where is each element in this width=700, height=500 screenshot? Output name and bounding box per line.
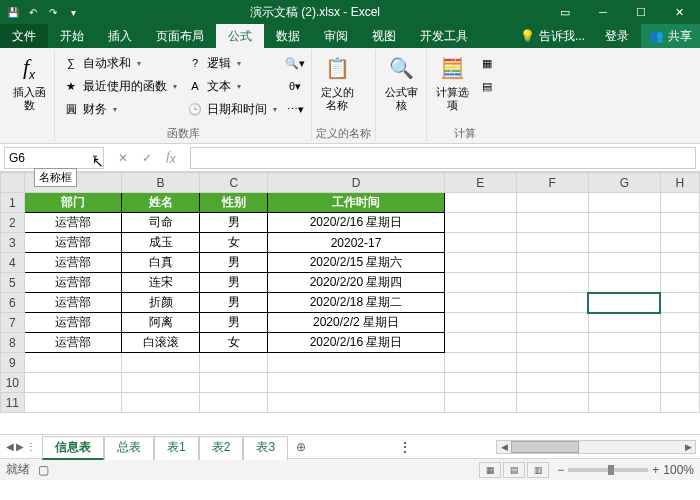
view-pagebreak-icon[interactable]: ▥ (527, 462, 549, 478)
cell-E10[interactable] (444, 373, 516, 393)
cell-C9[interactable] (200, 353, 268, 373)
zoom-in-icon[interactable]: + (652, 463, 659, 477)
cell-F5[interactable] (516, 273, 588, 293)
row-header-9[interactable]: 9 (1, 353, 25, 373)
row-header-6[interactable]: 6 (1, 293, 25, 313)
cell-F6[interactable] (516, 293, 588, 313)
cell-F9[interactable] (516, 353, 588, 373)
cell-A10[interactable] (24, 373, 121, 393)
sheet-tab-4[interactable]: 表3 (243, 436, 288, 460)
recent-functions-button[interactable]: ★最近使用的函数▾ (59, 75, 181, 97)
scroll-left-icon[interactable]: ◀ (497, 442, 511, 452)
chevron-down-icon[interactable]: ▼ (91, 153, 99, 162)
col-header-D[interactable]: D (268, 173, 444, 193)
cell-F7[interactable] (516, 313, 588, 333)
zoom-slider[interactable] (568, 468, 648, 472)
cell-F10[interactable] (516, 373, 588, 393)
cell-F2[interactable] (516, 213, 588, 233)
cell-B10[interactable] (122, 373, 200, 393)
cell-E11[interactable] (444, 393, 516, 413)
tab-4[interactable]: 数据 (264, 24, 312, 48)
cell-D8[interactable]: 2020/2/16 星期日 (268, 333, 444, 353)
cell-D5[interactable]: 2020/2/20 星期四 (268, 273, 444, 293)
share-button[interactable]: 👥共享 (641, 24, 700, 48)
sheet-nav-prev-icon[interactable]: ◀ (6, 441, 14, 452)
scroll-right-icon[interactable]: ▶ (681, 442, 695, 452)
cell-G4[interactable] (588, 253, 660, 273)
cell-H3[interactable] (660, 233, 699, 253)
calc-now-button[interactable]: ▦ (475, 52, 499, 74)
view-layout-icon[interactable]: ▤ (503, 462, 525, 478)
sheet-tab-3[interactable]: 表2 (199, 436, 244, 460)
cell-F4[interactable] (516, 253, 588, 273)
row-header-2[interactable]: 2 (1, 213, 25, 233)
tell-me[interactable]: 💡告诉我... (512, 24, 593, 48)
cell-A6[interactable]: 运营部 (24, 293, 121, 313)
ribbon-options-icon[interactable]: ▭ (548, 2, 582, 22)
tab-2[interactable]: 页面布局 (144, 24, 216, 48)
cell-F11[interactable] (516, 393, 588, 413)
cell-H1[interactable] (660, 193, 699, 213)
cell-B11[interactable] (122, 393, 200, 413)
cell-G5[interactable] (588, 273, 660, 293)
cell-B7[interactable]: 阿离 (122, 313, 200, 333)
grid-area[interactable]: ABCDEFGH1部门姓名性别工作时间2运营部司命男2020/2/16 星期日3… (0, 172, 700, 434)
cell-A11[interactable] (24, 393, 121, 413)
formula-audit-button[interactable]: 🔍 公式审核 (380, 50, 422, 125)
cell-C11[interactable] (200, 393, 268, 413)
cell-H11[interactable] (660, 393, 699, 413)
tab-7[interactable]: 开发工具 (408, 24, 480, 48)
cell-A1[interactable]: 部门 (24, 193, 121, 213)
cell-B5[interactable]: 连宋 (122, 273, 200, 293)
datetime-button[interactable]: 🕒日期和时间▾ (183, 98, 281, 120)
tab-3[interactable]: 公式 (216, 24, 264, 48)
view-normal-icon[interactable]: ▦ (479, 462, 501, 478)
fx-small-icon[interactable]: fx (160, 147, 182, 169)
row-header-3[interactable]: 3 (1, 233, 25, 253)
row-header-4[interactable]: 4 (1, 253, 25, 273)
cell-G10[interactable] (588, 373, 660, 393)
cell-B3[interactable]: 成玉 (122, 233, 200, 253)
cell-D2[interactable]: 2020/2/16 星期日 (268, 213, 444, 233)
sheet-tab-2[interactable]: 表1 (154, 436, 199, 460)
cell-C4[interactable]: 男 (200, 253, 268, 273)
col-header-H[interactable]: H (660, 173, 699, 193)
maximize-icon[interactable]: ☐ (624, 2, 658, 22)
sheet-nav-next-icon[interactable]: ▶ (16, 441, 24, 452)
cell-G3[interactable] (588, 233, 660, 253)
cell-A3[interactable]: 运营部 (24, 233, 121, 253)
text-button[interactable]: A文本▾ (183, 75, 281, 97)
cell-F8[interactable] (516, 333, 588, 353)
cell-A9[interactable] (24, 353, 121, 373)
cell-F3[interactable] (516, 233, 588, 253)
lookup-button[interactable]: 🔍▾ (283, 52, 307, 74)
row-header-1[interactable]: 1 (1, 193, 25, 213)
minimize-icon[interactable]: ─ (586, 2, 620, 22)
cell-E1[interactable] (444, 193, 516, 213)
cell-B9[interactable] (122, 353, 200, 373)
zoom-value[interactable]: 100% (663, 463, 694, 477)
cell-C1[interactable]: 性别 (200, 193, 268, 213)
save-icon[interactable]: 💾 (4, 3, 22, 21)
cell-G7[interactable] (588, 313, 660, 333)
macro-record-icon[interactable]: ▢ (38, 463, 49, 477)
row-header-10[interactable]: 10 (1, 373, 25, 393)
tab-1[interactable]: 插入 (96, 24, 144, 48)
formula-bar[interactable] (190, 147, 696, 169)
sheet-tab-0[interactable]: 信息表 (42, 436, 104, 460)
add-sheet-button[interactable]: ⊕ (288, 440, 314, 454)
cell-B1[interactable]: 姓名 (122, 193, 200, 213)
defined-names-button[interactable]: 📋 定义的名称 (316, 50, 358, 125)
cell-E9[interactable] (444, 353, 516, 373)
financial-button[interactable]: 圓财务▾ (59, 98, 181, 120)
cell-D6[interactable]: 2020/2/18 星期二 (268, 293, 444, 313)
row-header-7[interactable]: 7 (1, 313, 25, 333)
cell-C2[interactable]: 男 (200, 213, 268, 233)
cell-C8[interactable]: 女 (200, 333, 268, 353)
cell-H8[interactable] (660, 333, 699, 353)
select-all-corner[interactable] (1, 173, 25, 193)
math-button[interactable]: θ▾ (283, 75, 307, 97)
cell-B6[interactable]: 折颜 (122, 293, 200, 313)
cell-H10[interactable] (660, 373, 699, 393)
cell-H7[interactable] (660, 313, 699, 333)
